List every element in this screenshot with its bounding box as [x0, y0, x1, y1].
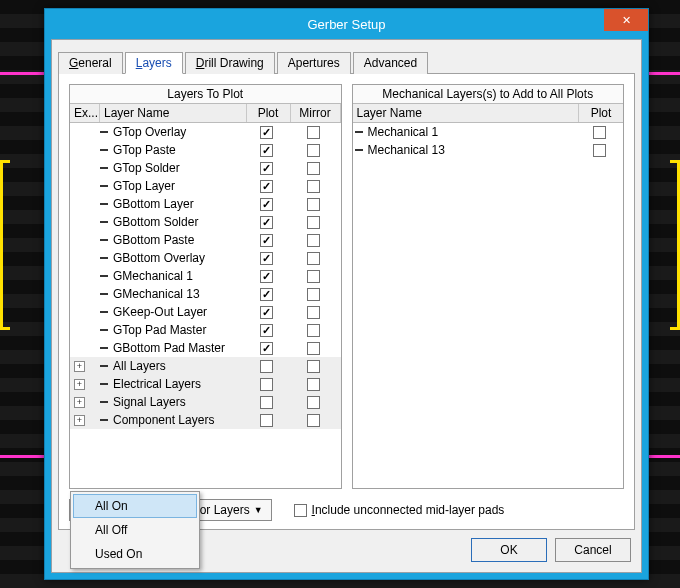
mirror-checkbox[interactable] — [307, 342, 320, 355]
plot-checkbox[interactable] — [260, 396, 273, 409]
include-unconnected-checkbox[interactable] — [294, 504, 307, 517]
mirror-checkbox[interactable] — [307, 306, 320, 319]
mirror-checkbox[interactable] — [307, 216, 320, 229]
plot-checkbox[interactable] — [593, 126, 606, 139]
table-row[interactable]: +All Layers — [70, 357, 341, 375]
table-row[interactable]: +Component Layers — [70, 411, 341, 429]
table-row[interactable]: GTop Paste — [70, 141, 341, 159]
col-plot[interactable]: Plot — [247, 104, 291, 122]
plot-checkbox[interactable] — [260, 414, 273, 427]
plot-checkbox[interactable] — [260, 306, 273, 319]
layer-dash-icon — [100, 311, 108, 313]
tab-apertures[interactable]: Apertures — [277, 52, 351, 74]
table-row[interactable]: GMechanical 13 — [70, 285, 341, 303]
mechanical-layers-body[interactable]: Mechanical 1Mechanical 13 — [353, 123, 624, 488]
mirror-checkbox[interactable] — [307, 288, 320, 301]
table-row[interactable]: GBottom Paste — [70, 231, 341, 249]
mirror-checkbox[interactable] — [307, 162, 320, 175]
plot-checkbox[interactable] — [260, 162, 273, 175]
bg-decoration — [670, 160, 680, 330]
tab-drill-drawing[interactable]: Drill Drawing — [185, 52, 275, 74]
menu-item-used-on[interactable]: Used On — [73, 542, 197, 566]
mirror-checkbox[interactable] — [307, 270, 320, 283]
tab-advanced[interactable]: Advanced — [353, 52, 428, 74]
close-button[interactable]: ✕ — [604, 9, 648, 31]
menu-item-all-on[interactable]: All On — [73, 494, 197, 518]
table-row[interactable]: GKeep-Out Layer — [70, 303, 341, 321]
col-mirror[interactable]: Mirror — [291, 104, 341, 122]
plot-checkbox[interactable] — [260, 324, 273, 337]
mirror-checkbox[interactable] — [307, 234, 320, 247]
layer-dash-icon — [100, 131, 108, 133]
table-row[interactable]: +Electrical Layers — [70, 375, 341, 393]
plot-checkbox[interactable] — [260, 342, 273, 355]
table-row[interactable]: Mechanical 13 — [353, 141, 624, 159]
mirror-checkbox[interactable] — [307, 414, 320, 427]
tab-bar: GeneralLayersDrill DrawingAperturesAdvan… — [58, 52, 635, 74]
panels-row: Layers To Plot Ex... Layer Name Plot Mir… — [69, 84, 624, 489]
layer-dash-icon — [100, 257, 108, 259]
col-mech-plot[interactable]: Plot — [579, 104, 623, 122]
plot-layers-menu: All OnAll OffUsed On — [70, 491, 200, 569]
mirror-checkbox[interactable] — [307, 198, 320, 211]
plot-checkbox[interactable] — [260, 270, 273, 283]
table-row[interactable]: GBottom Layer — [70, 195, 341, 213]
mirror-checkbox[interactable] — [307, 396, 320, 409]
expand-icon[interactable]: + — [74, 415, 85, 426]
mirror-checkbox[interactable] — [307, 180, 320, 193]
tab-layers[interactable]: Layers — [125, 52, 183, 74]
layer-name-label: GBottom Pad Master — [113, 341, 225, 355]
table-row[interactable]: +Signal Layers — [70, 393, 341, 411]
layer-dash-icon — [100, 185, 108, 187]
mirror-checkbox[interactable] — [307, 360, 320, 373]
table-row[interactable]: GTop Solder — [70, 159, 341, 177]
layer-dash-icon — [100, 329, 108, 331]
expand-icon[interactable]: + — [74, 379, 85, 390]
layer-dash-icon — [100, 365, 108, 367]
menu-item-all-off[interactable]: All Off — [73, 518, 197, 542]
plot-checkbox[interactable] — [593, 144, 606, 157]
mirror-checkbox[interactable] — [307, 324, 320, 337]
cancel-button[interactable]: Cancel — [555, 538, 631, 562]
table-row[interactable]: GTop Layer — [70, 177, 341, 195]
col-extensions[interactable]: Ex... — [70, 104, 100, 122]
plot-checkbox[interactable] — [260, 288, 273, 301]
tab-body-layers: Layers To Plot Ex... Layer Name Plot Mir… — [58, 74, 635, 530]
col-layer-name[interactable]: Layer Name — [100, 104, 247, 122]
titlebar[interactable]: Gerber Setup ✕ — [45, 9, 648, 39]
mirror-checkbox[interactable] — [307, 144, 320, 157]
include-unconnected-label: Include unconnected mid-layer pads — [312, 503, 505, 517]
layer-dash-icon — [100, 383, 108, 385]
layer-name-label: Component Layers — [113, 413, 214, 427]
mirror-checkbox[interactable] — [307, 126, 320, 139]
mirror-checkbox[interactable] — [307, 378, 320, 391]
table-row[interactable]: GTop Pad Master — [70, 321, 341, 339]
table-row[interactable]: GTop Overlay — [70, 123, 341, 141]
table-row[interactable]: GMechanical 1 — [70, 267, 341, 285]
plot-checkbox[interactable] — [260, 144, 273, 157]
plot-checkbox[interactable] — [260, 198, 273, 211]
table-row[interactable]: GBottom Solder — [70, 213, 341, 231]
plot-checkbox[interactable] — [260, 216, 273, 229]
plot-checkbox[interactable] — [260, 126, 273, 139]
expand-icon[interactable]: + — [74, 361, 85, 372]
ok-button[interactable]: OK — [471, 538, 547, 562]
layer-dash-icon — [100, 401, 108, 403]
plot-checkbox[interactable] — [260, 234, 273, 247]
tab-general[interactable]: General — [58, 52, 123, 74]
col-mech-name[interactable]: Layer Name — [353, 104, 580, 122]
expand-icon[interactable]: + — [74, 397, 85, 408]
plot-checkbox[interactable] — [260, 360, 273, 373]
plot-checkbox[interactable] — [260, 180, 273, 193]
table-row[interactable]: Mechanical 1 — [353, 123, 624, 141]
layer-name-label: GTop Solder — [113, 161, 180, 175]
mirror-checkbox[interactable] — [307, 252, 320, 265]
layer-name-label: GBottom Layer — [113, 197, 194, 211]
table-row[interactable]: GBottom Overlay — [70, 249, 341, 267]
include-unconnected-option[interactable]: Include unconnected mid-layer pads — [294, 503, 505, 517]
plot-checkbox[interactable] — [260, 378, 273, 391]
layers-to-plot-body[interactable]: GTop OverlayGTop PasteGTop SolderGTop La… — [70, 123, 341, 488]
layer-dash-icon — [355, 131, 363, 133]
plot-checkbox[interactable] — [260, 252, 273, 265]
table-row[interactable]: GBottom Pad Master — [70, 339, 341, 357]
